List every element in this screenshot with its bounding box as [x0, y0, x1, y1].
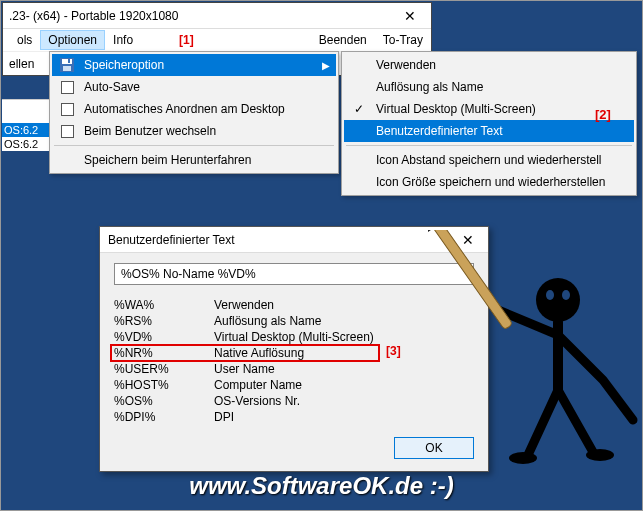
table-row: %USER%User Name: [114, 361, 474, 377]
submenu-item-use[interactable]: Verwenden: [344, 54, 634, 76]
list-item[interactable]: OS:6.2: [2, 123, 51, 137]
menu-options[interactable]: Optionen: [40, 30, 105, 50]
menu-item-label: Beim Benutzer wechseln: [84, 124, 216, 138]
table-row: %OS%OS-Versions Nr.: [114, 393, 474, 409]
svg-rect-6: [61, 125, 73, 137]
variable-table: %WA%Verwenden %RS%Auflösung als Name %VD…: [114, 297, 474, 425]
checkbox-off-icon: [56, 76, 78, 98]
menu-item-label: Icon Größe speichern und wiederherstelle…: [376, 175, 605, 189]
submenu-item-vd[interactable]: ✓ Virtual Desktop (Multi-Screen): [344, 98, 634, 120]
menu-separator: [54, 145, 334, 146]
submenu-arrow-icon: ▶: [322, 60, 330, 71]
svg-point-9: [562, 290, 570, 300]
annotation-1: [1]: [171, 30, 202, 50]
custom-text-input[interactable]: [114, 263, 474, 285]
menu-item-label: Icon Abstand speichern und wiederherstel…: [376, 153, 601, 167]
menu-item-label: Automatisches Anordnen am Desktop: [84, 102, 285, 116]
submenu-item-custom[interactable]: Benutzerdefinierter Text: [344, 120, 634, 142]
table-row: %WA%Verwenden: [114, 297, 474, 313]
mascot-illustration: [428, 230, 643, 470]
list-rows: OS:6.2 OS:6.2: [2, 99, 51, 151]
svg-rect-3: [68, 59, 70, 63]
menu-item-label: Auto-Save: [84, 80, 140, 94]
menu-quit[interactable]: Beenden: [311, 30, 375, 50]
table-row: %RS%Auflösung als Name: [114, 313, 474, 329]
checkbox-off-icon: [56, 98, 78, 120]
svg-point-7: [536, 278, 580, 322]
menu-item-autosave[interactable]: Auto-Save: [52, 76, 336, 98]
menu-item-shutdown[interactable]: Speichern beim Herunterfahren: [52, 149, 336, 171]
options-menu: Speicheroption ▶ Auto-Save Automatisches…: [49, 51, 339, 174]
submenu-item-iconsize[interactable]: Icon Größe speichern und wiederherstelle…: [344, 171, 634, 193]
titlebar: .23- (x64) - Portable 1920x1080 ✕: [3, 3, 431, 29]
menu-info[interactable]: Info: [105, 30, 141, 50]
svg-point-8: [546, 290, 554, 300]
submenu-item-iconspacing[interactable]: Icon Abstand speichern und wiederherstel…: [344, 149, 634, 171]
menu-item-label: Auflösung als Name: [376, 80, 483, 94]
check-icon: ✓: [348, 98, 370, 120]
dialog-title: Benutzerdefinierter Text: [108, 233, 235, 247]
menu-item-storage[interactable]: Speicheroption ▶: [52, 54, 336, 76]
storage-submenu: Verwenden Auflösung als Name ✓ Virtual D…: [341, 51, 637, 196]
menu-item-label: Speichern beim Herunterfahren: [84, 153, 251, 167]
menubar: ols Optionen Info [1] Beenden To-Tray: [3, 29, 431, 51]
menu-item-autoarrange[interactable]: Automatisches Anordnen am Desktop: [52, 98, 336, 120]
menu-item-label: Verwenden: [376, 58, 436, 72]
footer-url: www.SoftwareOK.de :-): [1, 472, 642, 500]
body-label: ellen: [9, 57, 34, 71]
close-icon[interactable]: ✕: [389, 3, 431, 29]
svg-rect-12: [430, 230, 513, 330]
menu-item-label: Benutzerdefinierter Text: [376, 124, 503, 138]
table-row: %HOST%Computer Name: [114, 377, 474, 393]
svg-rect-5: [61, 103, 73, 115]
table-row: %NR%Native Auflösung: [114, 345, 474, 361]
svg-rect-4: [61, 81, 73, 93]
floppy-icon: [56, 54, 78, 76]
svg-rect-2: [63, 66, 71, 71]
table-row: %VD%Virtual Desktop (Multi-Screen): [114, 329, 474, 345]
menu-totray[interactable]: To-Tray: [375, 30, 431, 50]
menu-separator: [346, 145, 632, 146]
menu-item-userchange[interactable]: Beim Benutzer wechseln: [52, 120, 336, 142]
submenu-item-resname[interactable]: Auflösung als Name: [344, 76, 634, 98]
window-title: .23- (x64) - Portable 1920x1080: [9, 9, 178, 23]
menu-tools[interactable]: ols: [9, 30, 40, 50]
svg-point-11: [586, 449, 614, 461]
list-item[interactable]: OS:6.2: [2, 137, 51, 151]
svg-point-10: [509, 452, 537, 464]
menu-item-label: Speicheroption: [84, 58, 164, 72]
table-row: %DPI%DPI: [114, 409, 474, 425]
annotation-3: [3]: [386, 344, 401, 358]
checkbox-off-icon: [56, 120, 78, 142]
menu-item-label: Virtual Desktop (Multi-Screen): [376, 102, 536, 116]
annotation-2: [2]: [595, 107, 611, 122]
svg-rect-1: [62, 59, 72, 64]
